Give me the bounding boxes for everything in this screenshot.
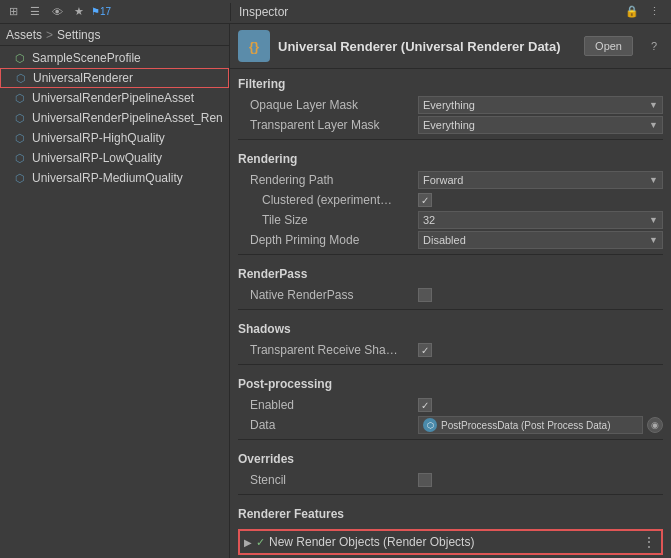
opaque-layer-mask-value: Everything ▼ <box>418 96 663 114</box>
tree-label: UniversalRenderPipelineAsset <box>32 91 194 105</box>
chevron-down-icon: ▼ <box>649 120 658 130</box>
tree-item-samplescene[interactable]: ⬡ SampleSceneProfile <box>0 48 229 68</box>
divider-5 <box>238 439 663 440</box>
inspector-header: {} Universal Renderer (Universal Rendere… <box>230 24 671 69</box>
depth-priming-label: Depth Priming Mode <box>238 233 418 247</box>
eye-icon[interactable]: 👁 <box>48 3 66 21</box>
tree-label: UniversalRenderPipelineAsset_Ren <box>32 111 223 125</box>
depth-priming-row: Depth Priming Mode Disabled ▼ <box>238 230 663 250</box>
tile-size-label: Tile Size <box>238 213 418 227</box>
divider-2 <box>238 254 663 255</box>
divider-1 <box>238 139 663 140</box>
postprocessing-section-header: Post-processing <box>238 369 663 395</box>
enabled-checkbox[interactable]: ✓ <box>418 398 432 412</box>
enabled-check-icon: ✓ <box>256 536 265 549</box>
chevron-down-icon: ▼ <box>649 235 658 245</box>
grid-icon[interactable]: ⊞ <box>4 3 22 21</box>
tree-label: UniversalRP-MediumQuality <box>32 171 183 185</box>
help-icon[interactable]: ? <box>645 37 663 55</box>
asset-icon: ⬡ <box>12 170 28 186</box>
tree-label: UniversalRP-LowQuality <box>32 151 162 165</box>
shadows-section-header: Shadows <box>238 314 663 340</box>
inspector-body: Filtering Opaque Layer Mask Everything ▼… <box>230 69 671 558</box>
clustered-row: Clustered (experiment… ✓ <box>238 190 663 210</box>
breadcrumb-settings[interactable]: Settings <box>57 28 100 42</box>
inspector-title-block: Universal Renderer (Universal Renderer D… <box>278 39 576 54</box>
file-tree: ⬡ SampleSceneProfile ⬡ UniversalRenderer… <box>0 46 229 558</box>
renderer-features-section-header: Renderer Features <box>238 499 663 525</box>
depth-priming-dropdown[interactable]: Disabled ▼ <box>418 231 663 249</box>
enabled-value: ✓ <box>418 398 663 412</box>
asset-icon: ⬡ <box>12 130 28 146</box>
data-field[interactable]: ⬡ PostProcessData (Post Process Data) <box>418 416 643 434</box>
tree-item-pipeline-asset[interactable]: ⬡ UniversalRenderPipelineAsset <box>0 88 229 108</box>
open-button[interactable]: Open <box>584 36 633 56</box>
opaque-layer-mask-row: Opaque Layer Mask Everything ▼ <box>238 95 663 115</box>
tree-item-highquality[interactable]: ⬡ UniversalRP-HighQuality <box>0 128 229 148</box>
transparent-receive-checkbox[interactable]: ✓ <box>418 343 432 357</box>
tree-label: UniversalRenderer <box>33 71 133 85</box>
filtering-section-header: Filtering <box>238 69 663 95</box>
overrides-section-header: Overrides <box>238 444 663 470</box>
stencil-value <box>418 473 663 487</box>
asset-icon: ⬡ <box>12 110 28 126</box>
native-renderpass-value <box>418 288 663 302</box>
component-icon: {} <box>238 30 270 62</box>
circle-select-btn[interactable]: ◉ <box>647 417 663 433</box>
data-value: ⬡ PostProcessData (Post Process Data) ◉ <box>418 416 663 434</box>
chevron-down-icon: ▼ <box>649 215 658 225</box>
three-dots-icon[interactable]: ⋮ <box>642 534 657 550</box>
inspector-panel-title: Inspector <box>239 5 623 19</box>
transparent-receive-row: Transparent Receive Sha… ✓ <box>238 340 663 360</box>
native-renderpass-row: Native RenderPass <box>238 285 663 305</box>
tree-item-universalrenderer[interactable]: ⬡ UniversalRenderer <box>0 68 229 88</box>
data-row: Data ⬡ PostProcessData (Post Process Dat… <box>238 415 663 435</box>
clustered-value: ✓ <box>418 193 663 207</box>
transparent-layer-mask-value: Everything ▼ <box>418 116 663 134</box>
breadcrumb-sep: > <box>46 28 53 42</box>
badge-count: ⚑ 17 <box>92 3 110 21</box>
star-icon[interactable]: ★ <box>70 3 88 21</box>
transparent-layer-mask-label: Transparent Layer Mask <box>238 118 418 132</box>
asset-icon: ⬡ <box>12 150 28 166</box>
tile-size-dropdown[interactable]: 32 ▼ <box>418 211 663 229</box>
opaque-layer-mask-label: Opaque Layer Mask <box>238 98 418 112</box>
rendering-path-row: Rendering Path Forward ▼ <box>238 170 663 190</box>
expand-icon: ▶ <box>244 537 252 548</box>
rendering-path-dropdown[interactable]: Forward ▼ <box>418 171 663 189</box>
breadcrumb-assets[interactable]: Assets <box>6 28 42 42</box>
enabled-label: Enabled <box>238 398 418 412</box>
divider-3 <box>238 309 663 310</box>
renderer-icon: ⬡ <box>13 70 29 86</box>
render-objects-row[interactable]: ▶ ✓ New Render Objects (Render Objects) … <box>238 529 663 555</box>
left-panel: Assets > Settings ⬡ SampleSceneProfile ⬡… <box>0 24 230 558</box>
tree-item-pipeline-asset-ren[interactable]: ⬡ UniversalRenderPipelineAsset_Ren <box>0 108 229 128</box>
data-label: Data <box>238 418 418 432</box>
transparent-receive-label: Transparent Receive Sha… <box>238 343 418 357</box>
stencil-label: Stencil <box>238 473 418 487</box>
depth-priming-value: Disabled ▼ <box>418 231 663 249</box>
divider-4 <box>238 364 663 365</box>
rendering-section-header: Rendering <box>238 144 663 170</box>
clustered-checkbox[interactable]: ✓ <box>418 193 432 207</box>
chevron-down-icon: ▼ <box>649 175 658 185</box>
stencil-checkbox[interactable] <box>418 473 432 487</box>
native-renderpass-checkbox[interactable] <box>418 288 432 302</box>
tile-size-value: 32 ▼ <box>418 211 663 229</box>
tree-item-lowquality[interactable]: ⬡ UniversalRP-LowQuality <box>0 148 229 168</box>
transparent-layer-mask-dropdown[interactable]: Everything ▼ <box>418 116 663 134</box>
renderer-features-list: ▶ ✓ New Render Objects (Render Objects) … <box>238 529 663 555</box>
tree-item-mediumquality[interactable]: ⬡ UniversalRP-MediumQuality <box>0 168 229 188</box>
breadcrumb: Assets > Settings <box>0 24 229 46</box>
opaque-layer-mask-dropdown[interactable]: Everything ▼ <box>418 96 663 114</box>
transparent-receive-value: ✓ <box>418 343 663 357</box>
clustered-label: Clustered (experiment… <box>238 193 418 207</box>
component-name: Universal Renderer (Universal Renderer D… <box>278 39 576 54</box>
renderpass-section-header: RenderPass <box>238 259 663 285</box>
hierarchy-icon[interactable]: ☰ <box>26 3 44 21</box>
lock-icon[interactable]: 🔒 <box>623 3 641 21</box>
tree-label: SampleSceneProfile <box>32 51 141 65</box>
divider-6 <box>238 494 663 495</box>
right-panel: {} Universal Renderer (Universal Rendere… <box>230 24 671 558</box>
panel-menu-icon[interactable]: ⋮ <box>645 3 663 21</box>
